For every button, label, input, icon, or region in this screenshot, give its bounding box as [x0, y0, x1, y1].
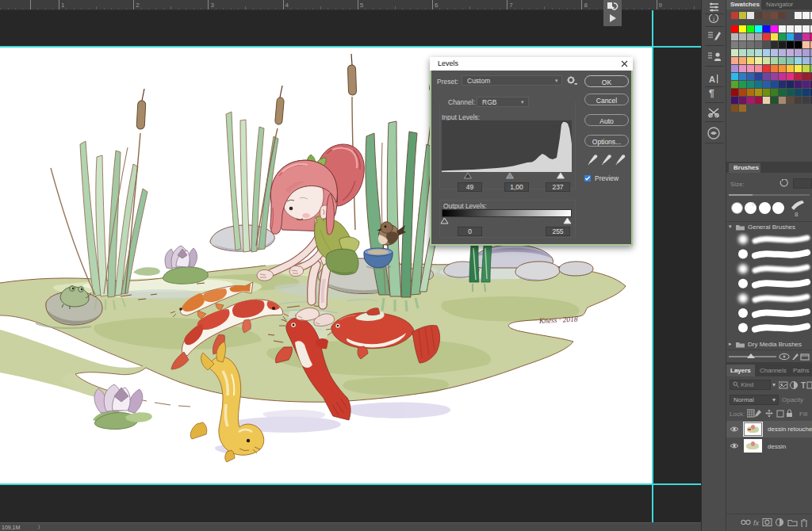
svg-text:i: i	[713, 16, 715, 23]
svg-text:8: 8	[795, 211, 799, 217]
svg-text:fx: fx	[753, 519, 760, 527]
svg-text:A: A	[709, 74, 715, 84]
svg-text:Kness · 2018: Kness · 2018	[538, 315, 579, 325]
svg-text:¶: ¶	[709, 88, 714, 99]
svg-text:T: T	[801, 381, 806, 390]
